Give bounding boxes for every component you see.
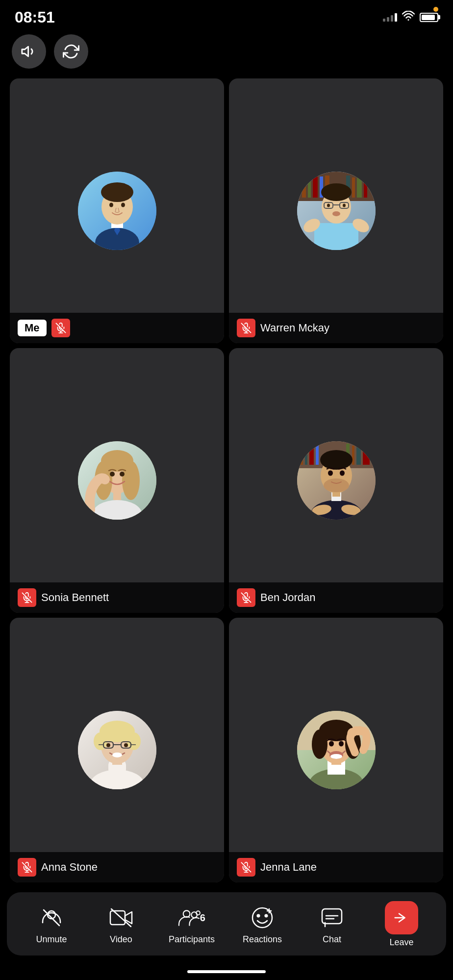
svg-point-88 bbox=[124, 743, 128, 747]
video-cell-ben[interactable]: Ben Jordan bbox=[229, 348, 443, 613]
reactions-icon bbox=[251, 906, 274, 930]
avatar-jenna bbox=[297, 711, 376, 789]
video-icon bbox=[109, 906, 133, 930]
svg-point-89 bbox=[112, 753, 122, 757]
leave-icon-container bbox=[385, 901, 418, 934]
me-label: Me bbox=[18, 320, 47, 336]
video-grid: Me bbox=[0, 74, 453, 887]
svg-line-112 bbox=[111, 909, 131, 927]
status-time: 08:51 bbox=[15, 8, 55, 26]
sonia-name: Sonia Bennett bbox=[41, 591, 109, 604]
svg-point-102 bbox=[329, 741, 334, 747]
wifi-icon bbox=[402, 11, 415, 24]
svg-rect-56 bbox=[316, 445, 319, 465]
warren-name-bar: Warren Mckay bbox=[229, 313, 443, 343]
video-icon-container bbox=[107, 904, 135, 931]
svg-rect-55 bbox=[309, 443, 314, 465]
jenna-name: Jenna Lane bbox=[260, 861, 317, 874]
svg-rect-24 bbox=[364, 176, 367, 198]
svg-rect-53 bbox=[300, 444, 303, 465]
me-name-bar: Me bbox=[10, 313, 224, 343]
home-indicator bbox=[187, 970, 266, 973]
chat-label: Chat bbox=[323, 934, 341, 945]
sound-button[interactable] bbox=[12, 34, 46, 69]
unmute-icon-container bbox=[38, 904, 65, 931]
jenna-name-bar: Jenna Lane bbox=[229, 852, 443, 882]
svg-point-100 bbox=[312, 729, 327, 759]
svg-rect-60 bbox=[363, 445, 370, 465]
svg-rect-22 bbox=[352, 177, 355, 198]
battery-icon bbox=[420, 13, 438, 22]
leave-icon bbox=[392, 908, 411, 928]
jenna-mute-badge bbox=[237, 858, 255, 877]
bottom-bar: Unmute Video 6 Participants bbox=[7, 892, 446, 955]
svg-point-47 bbox=[120, 472, 125, 477]
sound-icon bbox=[21, 43, 37, 60]
mic-off-icon-2 bbox=[241, 323, 252, 333]
svg-point-118 bbox=[265, 915, 267, 917]
sonia-name-bar: Sonia Bennett bbox=[10, 582, 224, 613]
unmute-icon bbox=[40, 906, 63, 930]
video-cell-anna[interactable]: Anna Stone bbox=[10, 618, 224, 882]
video-cell-me[interactable]: Me bbox=[10, 78, 224, 343]
svg-point-30 bbox=[321, 183, 352, 201]
ben-name: Ben Jordan bbox=[260, 591, 316, 604]
video-cell-warren[interactable]: Warren Mckay bbox=[229, 78, 443, 343]
reactions-button[interactable]: Reactions bbox=[240, 904, 284, 945]
mic-off-icon-3 bbox=[22, 592, 32, 603]
svg-point-31 bbox=[327, 204, 330, 207]
avatar-anna bbox=[78, 711, 156, 789]
unmute-button[interactable]: Unmute bbox=[29, 904, 74, 945]
warren-mute-badge bbox=[237, 319, 255, 337]
ben-name-bar: Ben Jordan bbox=[229, 582, 443, 613]
svg-point-105 bbox=[330, 754, 342, 759]
mic-off-icon-6 bbox=[241, 862, 252, 873]
status-bar: 08:51 bbox=[0, 0, 453, 29]
anna-name-bar: Anna Stone bbox=[10, 852, 224, 882]
warren-name: Warren Mckay bbox=[260, 322, 329, 334]
avatar-sonia bbox=[78, 441, 156, 520]
svg-point-45 bbox=[101, 450, 133, 472]
video-cell-sonia[interactable]: Sonia Bennett bbox=[10, 348, 224, 613]
svg-point-33 bbox=[332, 211, 340, 216]
reactions-icon-container bbox=[249, 904, 276, 931]
svg-point-68 bbox=[340, 471, 345, 476]
avatar-warren bbox=[297, 172, 376, 250]
svg-point-32 bbox=[343, 204, 346, 207]
chat-button[interactable]: Chat bbox=[310, 904, 354, 945]
participants-label: Participants bbox=[169, 934, 215, 945]
svg-rect-58 bbox=[352, 446, 354, 465]
unmute-label: Unmute bbox=[36, 934, 67, 945]
svg-point-117 bbox=[257, 915, 259, 917]
me-mute-badge bbox=[51, 319, 70, 337]
svg-rect-23 bbox=[357, 175, 362, 198]
svg-point-103 bbox=[339, 741, 344, 747]
reactions-label: Reactions bbox=[243, 934, 282, 945]
avatar-ben bbox=[297, 441, 376, 520]
svg-rect-17 bbox=[308, 177, 311, 198]
participants-button[interactable]: 6 Participants bbox=[169, 904, 215, 945]
svg-point-80 bbox=[94, 732, 107, 750]
participants-icon-container: 6 bbox=[178, 904, 205, 931]
leave-label: Leave bbox=[389, 937, 413, 948]
svg-rect-111 bbox=[110, 911, 125, 925]
svg-point-46 bbox=[110, 472, 115, 477]
svg-rect-16 bbox=[302, 176, 306, 198]
svg-point-0 bbox=[408, 19, 409, 21]
svg-point-67 bbox=[328, 471, 333, 476]
svg-point-87 bbox=[106, 743, 110, 747]
avatar-me bbox=[78, 172, 156, 250]
video-cell-jenna[interactable]: Jenna Lane bbox=[229, 618, 443, 882]
refresh-button[interactable] bbox=[54, 34, 88, 69]
svg-point-7 bbox=[101, 182, 133, 202]
status-icons bbox=[383, 11, 438, 24]
svg-rect-54 bbox=[305, 446, 307, 465]
status-dot bbox=[433, 7, 438, 12]
svg-rect-59 bbox=[356, 443, 361, 465]
video-button[interactable]: Video bbox=[99, 904, 143, 945]
leave-button[interactable]: Leave bbox=[379, 901, 424, 948]
svg-point-65 bbox=[320, 450, 352, 470]
mic-off-icon-4 bbox=[241, 592, 252, 603]
anna-name: Anna Stone bbox=[41, 861, 98, 874]
svg-rect-18 bbox=[313, 175, 318, 198]
